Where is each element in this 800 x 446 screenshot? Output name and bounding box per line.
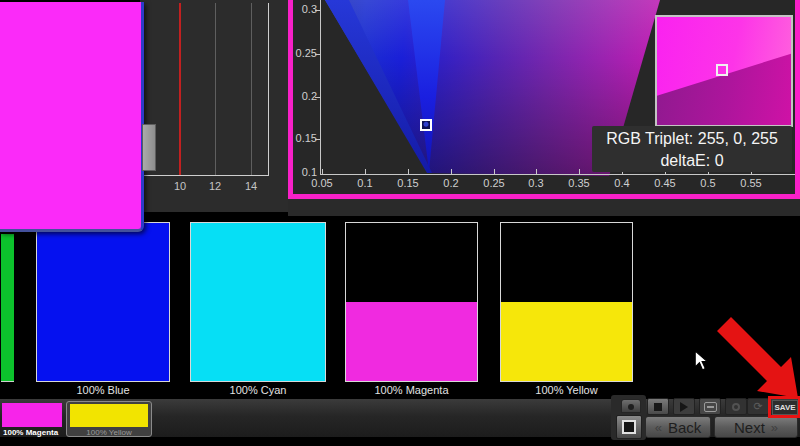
x-tick bbox=[579, 169, 580, 174]
x-tick-label: 0.05 bbox=[305, 177, 339, 189]
panel-strip bbox=[288, 199, 800, 216]
gridline bbox=[215, 3, 216, 175]
x-tick-label: 0.55 bbox=[734, 177, 768, 189]
x-tick bbox=[494, 169, 495, 174]
play-icon bbox=[680, 402, 688, 412]
chevron-right-icon: » bbox=[771, 420, 778, 435]
y-tick-label: 0.25 bbox=[293, 47, 317, 59]
x-tick-label: 12 bbox=[203, 180, 227, 192]
chromaticity-plot-area: 0.3 0.25 0.2 0.15 0.1 0.05 0.1 0.15 0.2 bbox=[293, 0, 795, 194]
x-tick-label: 0.15 bbox=[391, 177, 425, 189]
next-button[interactable]: Next » bbox=[714, 416, 798, 438]
chart-right-border bbox=[268, 3, 269, 175]
deltae-text: deltaE: 0 bbox=[592, 150, 792, 172]
x-tick-label: 0.2 bbox=[434, 177, 468, 189]
y-tick-label: 0.3 bbox=[293, 3, 317, 15]
x-tick-label: 0.45 bbox=[648, 177, 682, 189]
gridline bbox=[251, 3, 252, 175]
stop-icon bbox=[654, 403, 662, 411]
x-tick bbox=[408, 169, 409, 174]
patch-label: 100% Cyan bbox=[190, 384, 326, 396]
thumbnail-yellow-swatch bbox=[70, 404, 148, 427]
dot-icon bbox=[628, 404, 634, 410]
record-icon bbox=[732, 403, 740, 411]
x-tick-label: 0.25 bbox=[477, 177, 511, 189]
y-tick-label: 0.2 bbox=[293, 90, 317, 102]
y-tick-label: 0.15 bbox=[293, 132, 317, 144]
play-button[interactable] bbox=[673, 398, 695, 415]
x-tick-label: 0.4 bbox=[605, 177, 639, 189]
x-tick-label: 0.1 bbox=[348, 177, 382, 189]
red-arrow-annotation bbox=[698, 316, 800, 402]
thumbnail-magenta-label: 100% Magenta bbox=[3, 428, 58, 437]
patch-blue-fill bbox=[37, 223, 169, 381]
y-tick bbox=[315, 10, 320, 11]
calibration-app-window: 10 12 14 0.3 0.25 0.2 0.15 0.1 bbox=[0, 0, 800, 446]
thumbnail-yellow-label: 100% Yellow bbox=[67, 428, 151, 437]
test-color-overlay-window bbox=[0, 2, 144, 232]
chevron-left-icon: « bbox=[655, 420, 662, 435]
y-tick bbox=[315, 97, 320, 98]
zoom-inset-panel bbox=[655, 15, 793, 127]
patch-label: 100% Blue bbox=[36, 384, 170, 396]
bottom-toolbar: 100% Magenta 100% Yellow ⟳ SAVE « Back N… bbox=[0, 399, 800, 437]
red-gridline bbox=[179, 3, 181, 175]
patch-yellow bbox=[500, 222, 633, 382]
measurement-readout: RGB Triplet: 255, 0, 255 deltaE: 0 bbox=[592, 126, 792, 172]
x-tick-label: 14 bbox=[239, 180, 263, 192]
y-axis-line bbox=[320, 0, 321, 175]
patch-magenta bbox=[345, 222, 478, 382]
rgb-triplet-text: RGB Triplet: 255, 0, 255 bbox=[592, 128, 792, 150]
patch-label: 100% Magenta bbox=[345, 384, 478, 396]
trend-chart: 10 12 14 bbox=[140, 0, 288, 212]
y-tick bbox=[315, 54, 320, 55]
patch-cyan-fill bbox=[191, 223, 325, 381]
x-tick bbox=[536, 169, 537, 174]
back-button-label: Back bbox=[668, 419, 701, 436]
x-tick-label: 10 bbox=[168, 180, 192, 192]
patch-cyan bbox=[190, 222, 326, 382]
frame-icon bbox=[704, 402, 717, 412]
x-tick-label: 0.5 bbox=[691, 177, 725, 189]
dot-button[interactable] bbox=[621, 399, 641, 413]
back-button[interactable]: « Back bbox=[645, 416, 711, 438]
x-tick-label: 0.3 bbox=[519, 177, 553, 189]
thumbnail-magenta-swatch[interactable] bbox=[2, 403, 62, 427]
y-tick bbox=[315, 139, 320, 140]
thumbnail-yellow-button[interactable]: 100% Yellow bbox=[66, 401, 152, 437]
x-tick-label: 0.35 bbox=[562, 177, 596, 189]
chromaticity-plot: 0.3 0.25 0.2 0.15 0.1 0.05 0.1 0.15 0.2 bbox=[288, 0, 800, 199]
vertical-scrollbar-thumb[interactable] bbox=[142, 124, 156, 171]
x-tick bbox=[322, 169, 323, 174]
x-tick bbox=[451, 169, 452, 174]
x-axis-line bbox=[320, 174, 795, 175]
x-tick bbox=[365, 169, 366, 174]
patch-green-partial bbox=[1, 234, 14, 382]
patch-blue bbox=[36, 222, 170, 382]
inset-point-marker bbox=[716, 64, 728, 76]
stop-button[interactable] bbox=[647, 398, 669, 415]
chart-x-axis bbox=[144, 175, 269, 176]
patch-yellow-fill bbox=[501, 302, 632, 381]
square-icon bbox=[622, 420, 636, 434]
next-button-label: Next bbox=[734, 419, 765, 436]
display-mode-button[interactable] bbox=[616, 415, 642, 439]
mouse-cursor bbox=[694, 350, 708, 371]
measured-point-marker bbox=[420, 119, 432, 131]
patch-magenta-fill bbox=[346, 302, 477, 381]
